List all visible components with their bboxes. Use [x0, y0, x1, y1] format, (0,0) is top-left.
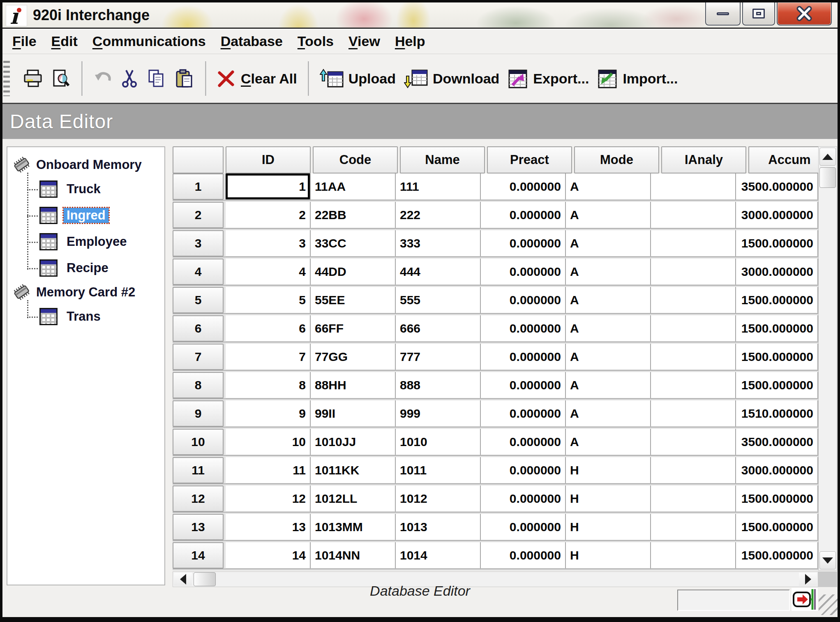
- cell-code[interactable]: 44DD: [311, 259, 396, 285]
- menu-help[interactable]: Help: [395, 33, 425, 49]
- cell-accum[interactable]: 1500.000000: [736, 230, 818, 257]
- cell-mode[interactable]: A: [566, 400, 651, 427]
- cell-id[interactable]: 8: [226, 372, 311, 398]
- cell-accum[interactable]: 3500.000000: [736, 429, 818, 455]
- cell-mode[interactable]: A: [566, 202, 651, 228]
- cell-ianaly[interactable]: [651, 173, 736, 200]
- cell-preact[interactable]: 0.000000: [481, 344, 566, 370]
- menu-file[interactable]: File: [12, 33, 37, 49]
- cell-mode[interactable]: H: [566, 457, 651, 483]
- cell-preact[interactable]: 0.000000: [481, 259, 566, 285]
- cell-code[interactable]: 77GG: [311, 344, 396, 370]
- column-header-blank[interactable]: [173, 146, 224, 173]
- cell-name[interactable]: 777: [396, 344, 481, 370]
- cell-ianaly[interactable]: [651, 315, 736, 342]
- cell-preact[interactable]: 0.000000: [481, 429, 566, 455]
- cell-ianaly[interactable]: [651, 230, 736, 257]
- tree-item-trans[interactable]: Trans: [27, 303, 164, 330]
- cell-ianaly[interactable]: [651, 457, 736, 483]
- row-header[interactable]: 5: [173, 287, 224, 313]
- cell-preact[interactable]: 0.000000: [481, 542, 566, 569]
- export-button[interactable]: Export...: [508, 69, 589, 88]
- scroll-right-button[interactable]: [799, 573, 817, 586]
- cell-id[interactable]: 4: [226, 259, 311, 285]
- cell-accum[interactable]: 3500.000000: [736, 173, 818, 200]
- row-header[interactable]: 13: [173, 514, 224, 540]
- cell-code[interactable]: 1011KK: [311, 457, 396, 483]
- menu-view[interactable]: View: [348, 33, 380, 49]
- paste-button[interactable]: [175, 69, 194, 88]
- cell-name[interactable]: 1012: [396, 486, 481, 512]
- print-button[interactable]: [23, 69, 43, 88]
- cell-name[interactable]: 1013: [396, 514, 481, 540]
- cell-preact[interactable]: 0.000000: [481, 287, 566, 313]
- cell-accum[interactable]: 1500.000000: [736, 486, 818, 512]
- menu-communications[interactable]: Communications: [92, 33, 206, 49]
- cell-mode[interactable]: A: [566, 173, 651, 200]
- cell-ianaly[interactable]: [651, 259, 736, 285]
- cell-id[interactable]: 3: [226, 230, 311, 257]
- close-button[interactable]: [777, 2, 832, 25]
- cell-accum[interactable]: 3000.000000: [736, 457, 818, 483]
- cell-mode[interactable]: H: [566, 542, 651, 569]
- cell-mode[interactable]: H: [566, 486, 651, 512]
- cell-code[interactable]: 99II: [311, 400, 396, 427]
- row-header[interactable]: 14: [173, 542, 224, 569]
- minimize-button[interactable]: [705, 2, 741, 25]
- tree-item-truck[interactable]: Truck: [27, 176, 164, 202]
- column-header-id[interactable]: ID: [226, 146, 311, 173]
- cell-code[interactable]: 22BB: [311, 202, 396, 228]
- download-button[interactable]: Download: [404, 69, 499, 88]
- vertical-scroll-thumb[interactable]: [819, 167, 836, 188]
- scroll-down-button[interactable]: [819, 551, 836, 569]
- cell-mode[interactable]: A: [566, 259, 651, 285]
- maximize-button[interactable]: [742, 2, 775, 25]
- vertical-scrollbar[interactable]: [818, 146, 837, 588]
- cell-preact[interactable]: 0.000000: [481, 230, 566, 257]
- cell-accum[interactable]: 1500.000000: [736, 372, 818, 398]
- cell-name[interactable]: 333: [396, 230, 481, 257]
- cell-accum[interactable]: 1500.000000: [736, 344, 818, 370]
- cell-name[interactable]: 111: [396, 173, 481, 200]
- cell-ianaly[interactable]: [651, 287, 736, 313]
- toolbar-grip-handle[interactable]: [3, 61, 10, 96]
- cell-code[interactable]: 33CC: [311, 230, 396, 257]
- cell-ianaly[interactable]: [651, 429, 736, 455]
- column-header-code[interactable]: Code: [313, 146, 398, 173]
- cell-code[interactable]: 88HH: [311, 372, 396, 398]
- cell-id[interactable]: 9: [226, 400, 311, 427]
- cell-accum[interactable]: 1500.000000: [736, 287, 818, 313]
- cut-button[interactable]: [120, 69, 138, 88]
- cell-preact[interactable]: 0.000000: [481, 457, 566, 483]
- cell-name[interactable]: 222: [396, 202, 481, 228]
- tree-group-onboard-memory[interactable]: Onboard Memory: [12, 154, 164, 176]
- tree-item-employee[interactable]: Employee: [27, 229, 164, 255]
- undo-button[interactable]: [93, 70, 112, 87]
- cell-id[interactable]: 14: [226, 542, 311, 569]
- row-header[interactable]: 6: [173, 315, 224, 342]
- cell-accum[interactable]: 3000.000000: [736, 259, 818, 285]
- column-header-preact[interactable]: Preact: [487, 146, 572, 173]
- cell-name[interactable]: 1011: [396, 457, 481, 483]
- cell-code[interactable]: 1014NN: [311, 542, 396, 569]
- cell-mode[interactable]: H: [566, 514, 651, 540]
- cell-preact[interactable]: 0.000000: [481, 514, 566, 540]
- tree-group-memory-card-2[interactable]: Memory Card #2: [12, 281, 164, 303]
- horizontal-scrollbar[interactable]: [173, 571, 818, 587]
- cell-id[interactable]: 2: [226, 202, 311, 228]
- cell-preact[interactable]: 0.000000: [481, 173, 566, 200]
- cell-id[interactable]: 6: [226, 315, 311, 342]
- app-icon[interactable]: ı: [6, 5, 27, 26]
- tree-item-recipe[interactable]: Recipe: [27, 255, 164, 281]
- horizontal-scroll-thumb[interactable]: [194, 572, 216, 586]
- cell-mode[interactable]: A: [566, 372, 651, 398]
- copy-button[interactable]: [147, 69, 166, 88]
- cell-code[interactable]: 1010JJ: [311, 429, 396, 455]
- connection-button[interactable]: [792, 588, 818, 611]
- cell-ianaly[interactable]: [651, 542, 736, 569]
- cell-id[interactable]: 13: [226, 514, 311, 540]
- row-header[interactable]: 12: [173, 486, 224, 512]
- cell-ianaly[interactable]: [651, 344, 736, 370]
- print-preview-button[interactable]: [51, 69, 71, 88]
- cell-code[interactable]: 1012LL: [311, 486, 396, 512]
